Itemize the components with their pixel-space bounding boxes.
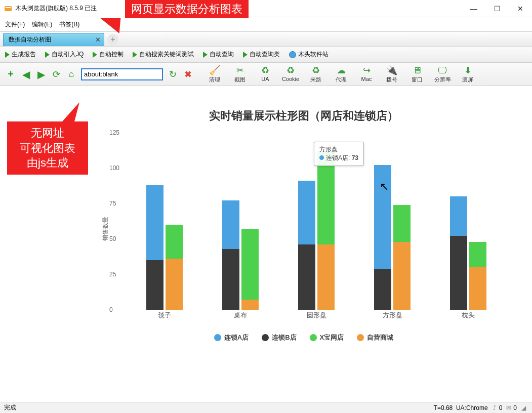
- scroll-icon: ⬇: [462, 65, 473, 76]
- title-bar: 木头浏览器(旗舰版) 8.5.9 已注 — ☐ ✕: [0, 0, 532, 17]
- tool-proxy[interactable]: ☁代理: [331, 65, 351, 84]
- y-tick: 50: [109, 235, 116, 242]
- bar-group: [202, 133, 278, 310]
- home-icon[interactable]: ⌂: [66, 69, 77, 80]
- chart-tooltip: 方形盘 连锁A店: 73: [314, 142, 364, 166]
- annotation-top: 网页显示数据分析图表: [125, 0, 249, 18]
- legend-swatch: [357, 334, 364, 341]
- chart-title: 实时销量展示柱形图（网店和连锁店）: [96, 108, 511, 123]
- status-time: T=0.68: [434, 404, 453, 411]
- window-icon: 🖥: [412, 65, 423, 76]
- mail-icon[interactable]: ✉: [504, 404, 513, 412]
- dial-icon: 🔌: [386, 65, 397, 76]
- menu-file[interactable]: 文件(F): [5, 20, 25, 29]
- y-axis-label: 销售数量: [101, 217, 110, 241]
- play-icon: [243, 52, 248, 58]
- bar-group: [127, 133, 202, 310]
- bar[interactable]: [241, 229, 259, 310]
- svg-rect-1: [6, 7, 11, 8]
- resize-grip-icon[interactable]: ◢: [519, 404, 528, 412]
- legend-item[interactable]: 连锁B店: [262, 333, 296, 342]
- tool-shot[interactable]: ✂截图: [230, 65, 250, 84]
- action-auto-query[interactable]: 自动查询: [203, 50, 234, 59]
- play-icon: [203, 52, 208, 58]
- bar[interactable]: [393, 205, 411, 310]
- menu-bar: 文件(F) 编辑(E) 书签(B): [0, 17, 532, 31]
- action-auto-control[interactable]: 自动控制: [93, 50, 124, 59]
- action-site-link[interactable]: 木头软件站: [289, 50, 329, 59]
- stop-icon[interactable]: ✖: [182, 69, 193, 80]
- url-input[interactable]: [81, 68, 163, 80]
- y-tick: 75: [109, 200, 116, 207]
- tab-close-icon[interactable]: ✕: [95, 36, 101, 44]
- annotation-left: 无网址可视化图表由js生成: [7, 121, 88, 175]
- chart: 实时销量展示柱形图（网店和连锁店） 销售数量 0255075100125 毯子桌…: [96, 108, 511, 342]
- cursor-icon: ↖: [380, 180, 389, 193]
- app-icon: [4, 5, 12, 13]
- bar-group: [354, 133, 430, 310]
- globe-icon: [289, 51, 296, 58]
- tooltip-category: 方形盘: [319, 145, 358, 154]
- cookie-icon: ♻: [285, 65, 296, 76]
- mac-icon: ↪: [361, 65, 372, 76]
- action-generate-report[interactable]: 生成报告: [5, 50, 36, 59]
- back-icon[interactable]: ◀: [20, 69, 31, 80]
- legend-item[interactable]: 连锁A店: [214, 333, 249, 342]
- tool-dial[interactable]: 🔌拨号: [382, 65, 402, 84]
- tool-window[interactable]: 🖥窗口: [407, 65, 427, 84]
- shot-icon: ✂: [234, 65, 245, 76]
- res-icon: 🖵: [437, 65, 448, 76]
- tool-ua[interactable]: ♻UA: [255, 65, 275, 84]
- y-tick: 100: [109, 164, 119, 172]
- ua-icon: ♻: [260, 65, 271, 76]
- tab-active[interactable]: 数据自动分析图 ✕: [3, 33, 104, 46]
- tab-label: 数据自动分析图: [9, 35, 51, 44]
- y-tick: 0: [109, 306, 113, 313]
- minimize-button[interactable]: —: [462, 0, 485, 17]
- forward-icon[interactable]: ▶: [35, 69, 47, 80]
- x-tick: 桌布: [202, 311, 278, 325]
- tool-res[interactable]: 🖵分辨率: [432, 65, 453, 84]
- status-text: 完成: [4, 403, 16, 412]
- status-bar: 完成 T=0.68 UA:Chrome ⤴0 ✉0 ◢: [0, 402, 532, 413]
- bar[interactable]: [469, 242, 486, 310]
- new-tab-button[interactable]: +: [107, 34, 118, 45]
- refresh-icon[interactable]: ⟳: [51, 69, 62, 80]
- play-icon: [45, 52, 50, 58]
- play-icon: [133, 52, 137, 58]
- y-tick: 125: [109, 129, 119, 136]
- play-icon: [5, 52, 10, 58]
- action-bar: 生成报告 自动引入JQ 自动控制 自动搜索关键词测试 自动查询 自动查询类 木头…: [0, 47, 532, 63]
- add-icon[interactable]: +: [5, 69, 16, 80]
- tool-clean[interactable]: 🧹清理: [204, 65, 225, 84]
- bar[interactable]: [450, 196, 467, 310]
- bar[interactable]: [222, 200, 239, 310]
- tool-scroll[interactable]: ⬇滚屏: [458, 65, 478, 84]
- menu-bookmark[interactable]: 书签(B): [59, 20, 79, 29]
- y-tick: 25: [109, 271, 116, 278]
- legend-item[interactable]: 自营商城: [357, 333, 393, 342]
- proxy-icon: ☁: [336, 65, 347, 76]
- chart-legend: 连锁A店连锁B店X宝网店自营商城: [96, 333, 511, 342]
- close-button[interactable]: ✕: [509, 0, 532, 17]
- action-import-jq[interactable]: 自动引入JQ: [45, 50, 84, 59]
- bar[interactable]: [317, 151, 335, 310]
- tool-mac[interactable]: ↪Mac: [356, 65, 377, 84]
- clean-icon: 🧹: [209, 65, 220, 76]
- action-auto-search[interactable]: 自动搜索关键词测试: [133, 50, 194, 59]
- action-auto-query-class[interactable]: 自动查询类: [243, 50, 280, 59]
- speaker-icon[interactable]: ⤴: [490, 404, 499, 412]
- go-icon[interactable]: ↻: [167, 69, 178, 80]
- tool-source[interactable]: ♻来路: [306, 65, 326, 84]
- maximize-button[interactable]: ☐: [485, 0, 509, 17]
- bar[interactable]: [146, 185, 163, 310]
- bar[interactable]: [298, 181, 315, 310]
- menu-edit[interactable]: 编辑(E): [32, 20, 52, 29]
- bar[interactable]: [166, 225, 183, 310]
- source-icon: ♻: [310, 65, 321, 76]
- x-tick: 圆形盘: [278, 311, 354, 325]
- play-icon: [93, 52, 97, 58]
- tool-cookie[interactable]: ♻Cookie: [280, 65, 301, 84]
- legend-item[interactable]: X宝网店: [310, 333, 344, 342]
- bar-group: [430, 133, 506, 310]
